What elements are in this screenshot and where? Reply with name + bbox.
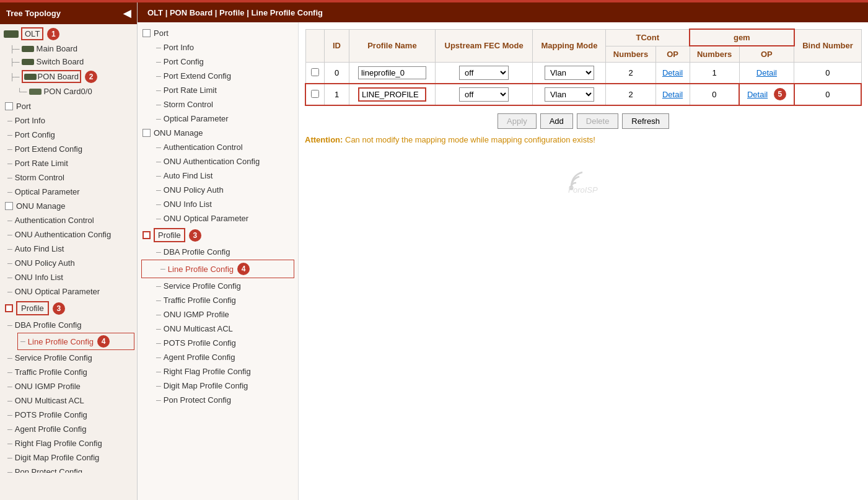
left-nav-line-profile-active[interactable]: ─ Line Profile Config 4 bbox=[141, 260, 294, 278]
row1-mapping-select[interactable]: Vlan GEM Port bbox=[545, 87, 594, 102]
left-nav-onu-info-list[interactable]: ─ ONU Info List bbox=[138, 197, 298, 211]
content-area: OLT | PON Board | Profile | Line Profile… bbox=[138, 2, 868, 500]
olt-label[interactable]: OLT bbox=[21, 27, 43, 40]
port-children: ─ Port Info ─ Port Config ─ Port Extend … bbox=[0, 113, 137, 199]
nav-port-rate-limit[interactable]: ─ Port Rate Limit bbox=[0, 156, 137, 170]
tree-section: OLT 1 ├─ Main Board ├─ Switch Board ├─ bbox=[0, 24, 137, 99]
col-bind-number-header: Bind Number bbox=[794, 29, 861, 63]
profile-checkbox[interactable] bbox=[5, 304, 13, 312]
row1-checkbox[interactable] bbox=[311, 90, 319, 98]
left-nav-right-flag[interactable]: ─ Right Flag Profile Config bbox=[138, 364, 298, 379]
nav-port-header[interactable]: Port bbox=[0, 99, 137, 113]
nav-onu-info-list[interactable]: ─ ONU Info List bbox=[0, 270, 137, 284]
nav-optical-parameter[interactable]: ─ Optical Parameter bbox=[0, 185, 137, 199]
row0-fec-select[interactable]: off on bbox=[459, 66, 509, 80]
left-nav-onu-igmp[interactable]: ─ ONU IGMP Profile bbox=[138, 307, 298, 322]
row1-tcont-detail-link[interactable]: Detail bbox=[662, 90, 683, 99]
nav-service-profile-config[interactable]: ─ Service Profile Config bbox=[0, 351, 137, 365]
nav-onu-manage-header[interactable]: ONU Manage bbox=[0, 199, 137, 213]
left-nav-traffic-profile[interactable]: ─ Traffic Profile Config bbox=[138, 293, 298, 307]
row0-profile-name-input[interactable] bbox=[358, 66, 426, 79]
pon-board-box[interactable]: PON Board bbox=[22, 70, 81, 83]
row1-mapping-mode: Vlan GEM Port bbox=[533, 84, 606, 105]
left-nav-optical-parameter[interactable]: ─ Optical Parameter bbox=[138, 112, 298, 126]
left-nav-auto-find[interactable]: ─ Auto Find List bbox=[138, 169, 298, 183]
nav-onu-multicast-acl[interactable]: ─ ONU Multicast ACL bbox=[0, 393, 137, 408]
col-mapping-mode-header: Mapping Mode bbox=[533, 29, 606, 63]
left-profile-checkbox[interactable] bbox=[142, 231, 151, 239]
left-nav-onu-auth-config[interactable]: ─ ONU Authentication Config bbox=[138, 154, 298, 169]
onu-manage-checkbox[interactable] bbox=[5, 202, 13, 210]
left-nav-profile-header[interactable]: Profile 3 bbox=[138, 226, 298, 245]
tree-main-board[interactable]: ├─ Main Board bbox=[0, 42, 137, 55]
row0-gem-detail-link[interactable]: Detail bbox=[756, 68, 777, 77]
olt-device-icon bbox=[4, 30, 19, 38]
nav-line-profile-config[interactable]: ─ Line Profile Config 4 bbox=[17, 333, 134, 350]
nav-auth-control[interactable]: ─ Authentication Control bbox=[0, 213, 137, 227]
nav-pon-protect-config[interactable]: ─ Pon Protect Config bbox=[0, 465, 137, 473]
nav-onu-optical-param[interactable]: ─ ONU Optical Parameter bbox=[0, 284, 137, 299]
nav-onu-policy-auth[interactable]: ─ ONU Policy Auth bbox=[0, 256, 137, 270]
tree-pon-board[interactable]: ├─ PON Board 2 bbox=[0, 68, 137, 85]
left-nav-pon-protect[interactable]: ─ Pon Protect Config bbox=[138, 393, 298, 407]
tree-pon-card[interactable]: └─ PON Card0/0 bbox=[0, 85, 137, 98]
tree-switch-board[interactable]: ├─ Switch Board bbox=[0, 55, 137, 68]
left-nav-auth-ctrl[interactable]: ─ Authentication Control bbox=[138, 140, 298, 154]
left-nav-service-profile[interactable]: ─ Service Profile Config bbox=[138, 279, 298, 293]
nav-port-extend-config[interactable]: ─ Port Extend Config bbox=[0, 142, 137, 156]
pon-board-badge: 2 bbox=[85, 71, 97, 83]
row0-mapping-select[interactable]: Vlan GEM Port bbox=[545, 66, 594, 80]
nav-profile-header[interactable]: Profile 3 bbox=[0, 299, 137, 318]
nav-dba-profile-config[interactable]: ─ DBA Profile Config bbox=[0, 318, 137, 332]
row1-tcont-numbers: 2 bbox=[606, 84, 655, 105]
left-onu-checkbox[interactable] bbox=[142, 129, 151, 137]
port-checkbox[interactable] bbox=[5, 102, 13, 110]
nav-port-config[interactable]: ─ Port Config bbox=[0, 128, 137, 142]
left-port-checkbox[interactable] bbox=[142, 29, 151, 37]
left-nav-port-info[interactable]: ─ Port Info bbox=[138, 40, 298, 55]
dash-icon: ─ bbox=[7, 383, 12, 390]
nav-digit-map-profile-config[interactable]: ─ Digit Map Profile Config bbox=[0, 450, 137, 465]
nav-port-info[interactable]: ─ Port Info bbox=[0, 113, 137, 128]
nav-onu-auth-config[interactable]: ─ ONU Authentication Config bbox=[0, 227, 137, 242]
row1-gem-detail-link[interactable]: Detail bbox=[747, 90, 768, 99]
left-nav-port-extend-config[interactable]: ─ Port Extend Config bbox=[138, 69, 298, 83]
tree-olt[interactable]: OLT 1 bbox=[0, 25, 137, 42]
left-nav-onu-manage-header[interactable]: ONU Manage bbox=[138, 126, 298, 140]
collapse-arrow-icon[interactable]: ◀ bbox=[123, 7, 131, 19]
dash-icon: ─ bbox=[7, 354, 12, 362]
left-nav-port-header[interactable]: Port bbox=[138, 26, 298, 40]
dash-icon: ─ bbox=[7, 245, 12, 253]
left-nav-port-config[interactable]: ─ Port Config bbox=[138, 55, 298, 69]
nav-pots-profile-config[interactable]: ─ POTS Profile Config bbox=[0, 408, 137, 422]
left-nav-digit-map[interactable]: ─ Digit Map Profile Config bbox=[138, 379, 298, 393]
nav-agent-profile-config[interactable]: ─ Agent Profile Config bbox=[0, 422, 137, 436]
dash-icon: ─ bbox=[7, 411, 12, 419]
nav-auto-find-list[interactable]: ─ Auto Find List bbox=[0, 242, 137, 256]
row0-checkbox[interactable] bbox=[311, 68, 319, 76]
apply-button[interactable]: Apply bbox=[498, 113, 537, 129]
dash-icon: ─ bbox=[7, 231, 12, 239]
nav-traffic-profile-config[interactable]: ─ Traffic Profile Config bbox=[0, 365, 137, 379]
row1-profile-name-input[interactable] bbox=[358, 87, 426, 102]
left-nav-onu-multicast-acl[interactable]: ─ ONU Multicast ACL bbox=[138, 322, 298, 336]
delete-button[interactable]: Delete bbox=[577, 113, 619, 129]
left-nav-storm-control[interactable]: ─ Storm Control bbox=[138, 97, 298, 112]
left-profile-label-box[interactable]: Profile bbox=[154, 228, 185, 242]
refresh-button[interactable]: Refresh bbox=[622, 113, 669, 129]
left-nav-onu-policy-auth[interactable]: ─ ONU Policy Auth bbox=[138, 183, 298, 197]
nav-right-flag-profile-config[interactable]: ─ Right Flag Profile Config bbox=[0, 436, 137, 450]
row1-id: 1 bbox=[325, 84, 349, 105]
left-nav-dba-profile[interactable]: ─ DBA Profile Config bbox=[138, 245, 298, 259]
row0-tcont-detail-link[interactable]: Detail bbox=[662, 68, 683, 77]
nav-onu-igmp-profile[interactable]: ─ ONU IGMP Profile bbox=[0, 379, 137, 393]
left-nav-agent-profile[interactable]: ─ Agent Profile Config bbox=[138, 350, 298, 364]
row1-fec-select[interactable]: off on bbox=[459, 87, 509, 102]
profile-label-box[interactable]: Profile bbox=[16, 301, 49, 315]
left-nav-onu-optical-param[interactable]: ─ ONU Optical Parameter bbox=[138, 211, 298, 226]
nav-storm-control[interactable]: ─ Storm Control bbox=[0, 170, 137, 185]
row1-gem-badge: 5 bbox=[774, 88, 786, 100]
left-nav-pots-profile[interactable]: ─ POTS Profile Config bbox=[138, 336, 298, 350]
left-nav-port-rate-limit[interactable]: ─ Port Rate Limit bbox=[138, 83, 298, 97]
add-button[interactable]: Add bbox=[540, 113, 573, 129]
